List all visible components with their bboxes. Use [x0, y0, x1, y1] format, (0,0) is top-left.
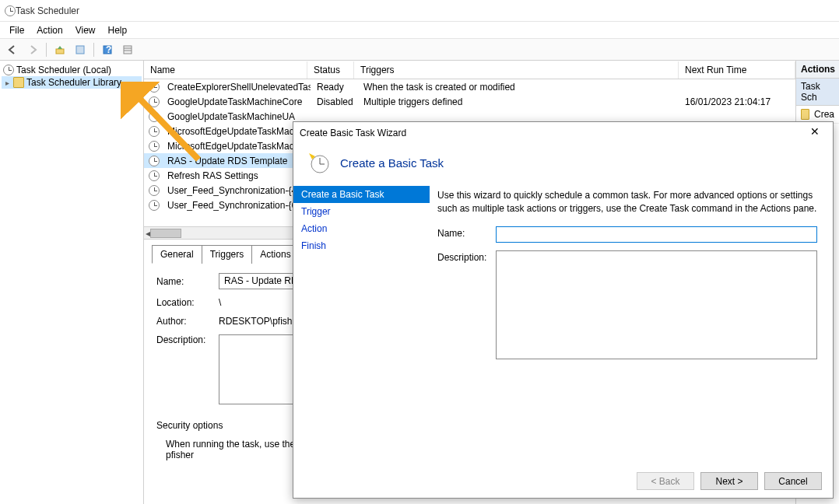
wizard-icon [306, 150, 331, 175]
detail-author-label: Author: [156, 316, 219, 327]
dialog-title: Create Basic Task Wizard [300, 128, 406, 138]
window-title: Task Scheduler [16, 5, 79, 16]
task-headers: Name Status Triggers Next Run Time [144, 61, 795, 79]
actions-group: Task Sch [796, 79, 839, 106]
dialog-buttons: < Back Next > Cancel [293, 464, 833, 498]
tree-root[interactable]: Task Scheduler (Local) [2, 64, 142, 76]
menu-action[interactable]: Action [30, 23, 68, 37]
scheduler-icon [3, 65, 14, 75]
cancel-button[interactable]: Cancel [764, 472, 822, 490]
menu-file[interactable]: File [3, 23, 30, 37]
detail-location-value: \ [219, 297, 221, 308]
menu-help[interactable]: Help [102, 23, 134, 37]
tree-panel: Task Scheduler (Local) ▸ Task Scheduler … [0, 61, 144, 504]
svg-rect-0 [56, 49, 64, 54]
wizard-name-input[interactable] [496, 226, 817, 243]
col-status[interactable]: Status [307, 61, 354, 79]
step-trigger[interactable]: Trigger [293, 203, 430, 220]
task-name: User_Feed_Synchronization-{47 [161, 185, 311, 196]
wizard-name-label: Name: [437, 226, 496, 239]
step-action[interactable]: Action [293, 220, 430, 237]
wizard-steps: Create a Basic Task Trigger Action Finis… [293, 186, 430, 464]
task-name: GoogleUpdateTaskMachineCore [161, 96, 311, 107]
task-status: Disabled [311, 96, 357, 107]
task-next: 16/01/2023 21:04:17 [679, 96, 795, 107]
task-name: MicrosoftEdgeUpdateTaskMac [161, 141, 311, 152]
wizard-content: Use this wizard to quickly schedule a co… [430, 186, 833, 464]
wizard-intro: Use this wizard to quickly schedule a co… [437, 189, 817, 215]
dialog-header: Create a Basic Task [293, 144, 833, 186]
detail-location-label: Location: [156, 297, 219, 308]
properties-button[interactable] [71, 41, 90, 58]
app-icon [5, 5, 16, 16]
actions-header: Actions [796, 61, 839, 79]
tree-library[interactable]: ▸ Task Scheduler Library [2, 76, 142, 89]
task-icon [149, 141, 160, 152]
svg-rect-1 [76, 46, 84, 54]
task-name: MicrosoftEdgeUpdateTaskMac [161, 126, 311, 137]
tab-triggers[interactable]: Triggers [202, 245, 253, 264]
dialog-titlebar[interactable]: Create Basic Task Wizard ✕ [293, 122, 833, 144]
task-icon [149, 185, 160, 196]
create-basic-task-wizard: Create Basic Task Wizard ✕ Create a Basi… [293, 121, 834, 499]
task-name: GoogleUpdateTaskMachineUA [161, 111, 311, 122]
wizard-desc-label: Description: [437, 250, 496, 263]
help-button[interactable]: ? [98, 41, 117, 58]
tab-general[interactable]: General [152, 245, 202, 264]
task-name: Refresh RAS Settings [161, 170, 311, 181]
svg-text:?: ? [106, 44, 111, 55]
dialog-heading: Create a Basic Task [340, 156, 444, 170]
view-button[interactable] [118, 41, 137, 58]
forward-button[interactable] [23, 41, 42, 58]
task-name: RAS - Update RDS Template [161, 156, 311, 166]
detail-name-label: Name: [156, 276, 219, 287]
up-button[interactable] [51, 41, 69, 58]
task-icon [149, 111, 160, 122]
task-icon [149, 96, 160, 107]
task-name: User_Feed_Synchronization-{60 [161, 200, 311, 211]
title-bar: Task Scheduler [0, 0, 839, 22]
toolbar: ? [0, 39, 839, 61]
col-triggers[interactable]: Triggers [354, 61, 679, 79]
task-row[interactable]: GoogleUpdateTaskMachineCoreDisabledMulti… [144, 94, 795, 109]
task-triggers: When the task is created or modified [357, 82, 679, 93]
back-button[interactable] [3, 41, 22, 58]
task-icon [149, 156, 160, 166]
tree-root-label: Task Scheduler (Local) [16, 65, 111, 75]
detail-author-value: RDESKTOP\pfisher [219, 316, 300, 327]
step-create[interactable]: Create a Basic Task [293, 186, 430, 203]
next-button[interactable]: Next > [700, 472, 758, 490]
col-next[interactable]: Next Run Time [679, 61, 795, 79]
detail-description-label: Description: [156, 334, 219, 345]
task-name: CreateExplorerShellUnelevatedTask [161, 82, 311, 93]
create-task-icon [801, 109, 809, 120]
task-icon [149, 200, 160, 211]
task-status: Ready [311, 82, 357, 93]
menu-view[interactable]: View [69, 23, 102, 37]
task-icon [149, 82, 160, 93]
menu-bar: File Action View Help [0, 22, 839, 39]
back-button[interactable]: < Back [637, 472, 694, 490]
task-row[interactable]: CreateExplorerShellUnelevatedTaskReadyWh… [144, 79, 795, 94]
task-icon [149, 126, 160, 137]
chevron-right-icon[interactable]: ▸ [3, 79, 11, 87]
folder-icon [13, 77, 24, 88]
task-triggers: Multiple triggers defined [357, 96, 679, 107]
step-finish[interactable]: Finish [293, 237, 430, 254]
svg-rect-4 [124, 46, 132, 54]
close-icon[interactable]: ✕ [803, 125, 827, 141]
col-name[interactable]: Name [144, 61, 307, 79]
tree-library-label: Task Scheduler Library [26, 77, 121, 88]
task-icon [149, 170, 160, 181]
wizard-desc-input[interactable] [496, 250, 817, 359]
